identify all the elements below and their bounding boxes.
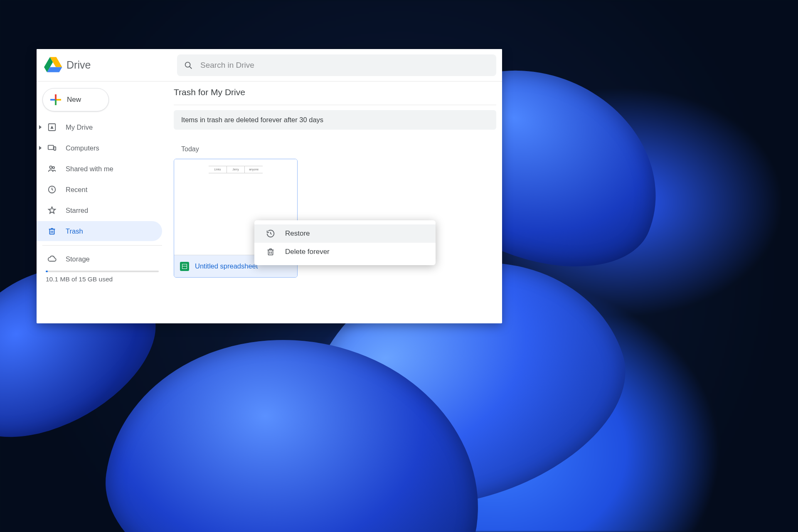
svg-rect-5 [54, 147, 56, 150]
sidebar-item-trash[interactable]: Trash [37, 221, 162, 241]
sidebar-item-label: Shared with me [66, 165, 113, 173]
main-panel: Trash for My Drive Items in trash are de… [168, 81, 502, 323]
storage-label: Storage [66, 255, 90, 263]
sheets-icon [180, 262, 189, 271]
search-bar[interactable] [177, 54, 496, 76]
search-input[interactable] [200, 61, 490, 70]
svg-point-0 [185, 62, 190, 67]
devices-icon [47, 143, 57, 153]
people-icon [47, 164, 57, 173]
chevron-right-icon [39, 125, 42, 129]
context-menu-label: Delete forever [285, 248, 330, 256]
context-menu-label: Restore [285, 229, 310, 238]
sidebar-item-recent[interactable]: Recent [37, 180, 162, 200]
sidebar-item-starred[interactable]: Starred [37, 200, 162, 220]
restore-icon [266, 229, 275, 238]
sidebar-item-label: Computers [66, 144, 99, 152]
svg-marker-9 [49, 207, 56, 214]
logo-block[interactable]: Drive [42, 57, 174, 74]
storage-bar [46, 271, 159, 272]
trash-icon [266, 247, 275, 256]
sidebar: New My Drive Computers [37, 81, 168, 323]
drive-box-icon [47, 123, 57, 132]
clock-icon [47, 185, 57, 194]
context-menu: Restore Delete forever [254, 220, 436, 265]
header: Drive [37, 49, 502, 81]
app-name: Drive [66, 59, 91, 71]
section-label-today: Today [181, 145, 496, 153]
drive-window: Drive New My Drive [37, 49, 502, 323]
search-icon [184, 61, 193, 70]
new-button-label: New [67, 96, 81, 104]
divider [42, 245, 162, 246]
svg-rect-13 [268, 250, 273, 255]
sidebar-item-label: Starred [66, 207, 88, 214]
sidebar-item-storage[interactable]: Storage [37, 250, 168, 268]
sidebar-item-computers[interactable]: Computers [37, 138, 162, 158]
plus-icon [50, 94, 61, 105]
sidebar-item-shared[interactable]: Shared with me [37, 159, 162, 179]
svg-line-1 [190, 66, 192, 69]
svg-point-6 [49, 166, 52, 168]
new-button[interactable]: New [42, 88, 109, 111]
sidebar-item-label: Trash [66, 227, 83, 235]
sidebar-item-my-drive[interactable]: My Drive [37, 117, 162, 137]
svg-rect-10 [50, 229, 54, 234]
context-menu-restore[interactable]: Restore [254, 224, 436, 243]
page-title: Trash for My Drive [174, 86, 496, 105]
storage-usage-text: 10.1 MB of 15 GB used [37, 276, 168, 283]
trash-icon [47, 227, 57, 236]
chevron-right-icon [39, 146, 42, 150]
star-icon [47, 206, 57, 215]
svg-point-7 [52, 167, 54, 169]
cloud-icon [47, 254, 57, 264]
sidebar-item-label: Recent [66, 186, 87, 194]
file-name: Untitled spreadsheet [195, 262, 258, 270]
nav-list: My Drive Computers Shared with me [37, 117, 168, 241]
svg-marker-3 [50, 126, 53, 128]
context-menu-delete-forever[interactable]: Delete forever [254, 243, 436, 261]
trash-info-banner: Items in trash are deleted forever after… [174, 110, 496, 130]
sidebar-item-label: My Drive [66, 123, 93, 131]
drive-logo-icon [44, 57, 62, 74]
svg-rect-4 [48, 145, 54, 150]
